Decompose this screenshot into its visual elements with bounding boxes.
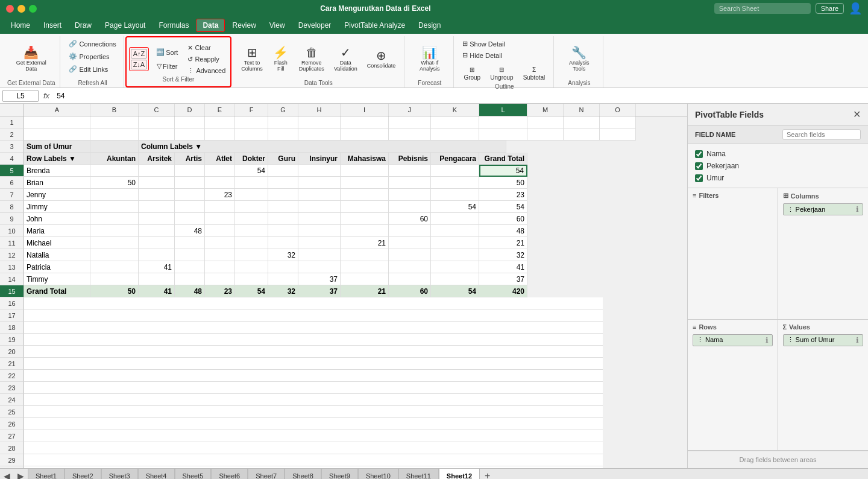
cell-L1[interactable] <box>479 116 527 128</box>
cell-G11[interactable] <box>268 237 298 249</box>
cell-B4[interactable]: Akuntan <box>90 153 139 165</box>
sheet-tab-sheet3[interactable]: Sheet3 <box>101 469 138 479</box>
cell-F2[interactable] <box>235 128 268 141</box>
sheet-tab-sheet10[interactable]: Sheet10 <box>358 469 398 479</box>
cell-N1[interactable] <box>564 116 600 128</box>
cell-E10[interactable] <box>205 225 235 237</box>
cell-J11[interactable] <box>389 237 431 249</box>
cell-H5[interactable] <box>298 165 341 177</box>
cell-A14[interactable]: Timmy <box>24 273 90 285</box>
cell-I2[interactable] <box>341 128 389 141</box>
cell-K5[interactable] <box>431 165 479 177</box>
col-M[interactable]: M <box>527 104 564 116</box>
cell-F7[interactable] <box>235 189 268 201</box>
sort-za-button[interactable]: Z↓A <box>131 60 148 69</box>
cell-C3[interactable]: Column Labels ▼ <box>139 141 506 153</box>
row-12[interactable]: 12 <box>0 249 24 261</box>
cell-J9[interactable]: 60 <box>389 213 431 225</box>
cell-K15[interactable]: 54 <box>431 285 479 297</box>
sheet-tab-sheet9[interactable]: Sheet9 <box>321 469 358 479</box>
cell-C7[interactable] <box>139 189 175 201</box>
cell-G8[interactable] <box>268 201 298 213</box>
cell-A1[interactable] <box>24 116 90 128</box>
cell-I14[interactable] <box>341 273 389 285</box>
cell-K14[interactable] <box>431 273 479 285</box>
share-button[interactable]: Share <box>816 3 844 14</box>
cell-D11[interactable] <box>175 237 205 249</box>
formula-input[interactable] <box>54 92 866 100</box>
cell-B12[interactable] <box>90 249 139 261</box>
pivot-close-button[interactable]: ✕ <box>853 109 861 120</box>
menu-pivottable-analyze[interactable]: PivotTable Analyze <box>338 19 411 31</box>
cell-K6[interactable] <box>431 177 479 189</box>
cell-H1[interactable] <box>298 116 341 128</box>
whatif-button[interactable]: 📊 What-IfAnalysis <box>416 44 444 74</box>
cell-F5[interactable]: 54 <box>235 165 268 177</box>
cell-E13[interactable] <box>205 261 235 273</box>
cell-K2[interactable] <box>431 128 479 141</box>
cell-G4[interactable]: Guru <box>268 153 298 165</box>
cell-A12[interactable]: Natalia <box>24 249 90 261</box>
cell-D7[interactable] <box>175 189 205 201</box>
cell-J2[interactable] <box>389 128 431 141</box>
col-K[interactable]: K <box>431 104 479 116</box>
cell-E14[interactable] <box>205 273 235 285</box>
cell-I12[interactable] <box>341 249 389 261</box>
cell-A10[interactable]: Maria <box>24 225 90 237</box>
row-13[interactable]: 13 <box>0 261 24 273</box>
cell-B10[interactable] <box>90 225 139 237</box>
cell-C4[interactable]: Arsitek <box>139 153 175 165</box>
cell-D4[interactable]: Artis <box>175 153 205 165</box>
row-22[interactable]: 22 <box>0 370 24 382</box>
filter-button[interactable]: ▽ Filter <box>153 60 181 72</box>
cell-D15[interactable]: 48 <box>175 285 205 297</box>
cell-D8[interactable] <box>175 201 205 213</box>
cell-E6[interactable] <box>205 177 235 189</box>
cell-A9[interactable]: John <box>24 213 90 225</box>
cell-L13[interactable]: 41 <box>479 261 527 273</box>
cell-D12[interactable] <box>175 249 205 261</box>
col-H[interactable]: H <box>298 104 341 116</box>
cell-C10[interactable] <box>139 225 175 237</box>
flash-fill-button[interactable]: ⚡ FlashFill <box>269 44 293 74</box>
cell-K11[interactable] <box>431 237 479 249</box>
cell-F15[interactable]: 54 <box>235 285 268 297</box>
cell-E8[interactable] <box>205 201 235 213</box>
cell-L4[interactable]: Grand Total <box>479 153 527 165</box>
menu-home[interactable]: Home <box>5 19 36 31</box>
cell-K7[interactable] <box>431 189 479 201</box>
row-8[interactable]: 8 <box>0 201 24 213</box>
col-G[interactable]: G <box>268 104 298 116</box>
cell-L9[interactable]: 60 <box>479 213 527 225</box>
sheet-tab-sheet4[interactable]: Sheet4 <box>138 469 175 479</box>
cell-J12[interactable] <box>389 249 431 261</box>
cell-A5[interactable]: Brenda <box>24 165 90 177</box>
pivot-value-sum-umur[interactable]: ⋮ Sum of Umur ℹ <box>783 334 864 346</box>
sheet-tab-sheet2[interactable]: Sheet2 <box>64 469 101 479</box>
col-N[interactable]: N <box>564 104 600 116</box>
cell-L15[interactable]: 420 <box>479 285 527 297</box>
col-A[interactable]: A <box>24 104 90 116</box>
cell-C14[interactable] <box>139 273 175 285</box>
cell-reference[interactable] <box>2 90 39 102</box>
row-25[interactable]: 25 <box>0 406 24 418</box>
cell-G14[interactable] <box>268 273 298 285</box>
row-29[interactable]: 29 <box>0 454 24 466</box>
sheet-tab-sheet5[interactable]: Sheet5 <box>175 469 212 479</box>
cell-D1[interactable] <box>175 116 205 128</box>
cell-F8[interactable] <box>235 201 268 213</box>
cell-A4[interactable]: Row Labels ▼ <box>24 153 90 165</box>
cell-C9[interactable] <box>139 213 175 225</box>
cell-E7[interactable]: 23 <box>205 189 235 201</box>
cell-E5[interactable] <box>205 165 235 177</box>
subtotal-button[interactable]: Σ Subtotal <box>520 64 549 83</box>
minimize-button[interactable] <box>17 5 25 13</box>
row-6[interactable]: 6 <box>0 177 24 189</box>
cell-I7[interactable] <box>341 189 389 201</box>
col-E[interactable]: E <box>205 104 235 116</box>
cell-G12[interactable]: 32 <box>268 249 298 261</box>
consolidate-button[interactable]: ⊕ Consolidate <box>363 47 400 71</box>
pivot-column-pekerjaan[interactable]: ⋮ Pekerjaan ℹ <box>783 203 864 215</box>
cell-E2[interactable] <box>205 128 235 141</box>
cell-H13[interactable] <box>298 261 341 273</box>
